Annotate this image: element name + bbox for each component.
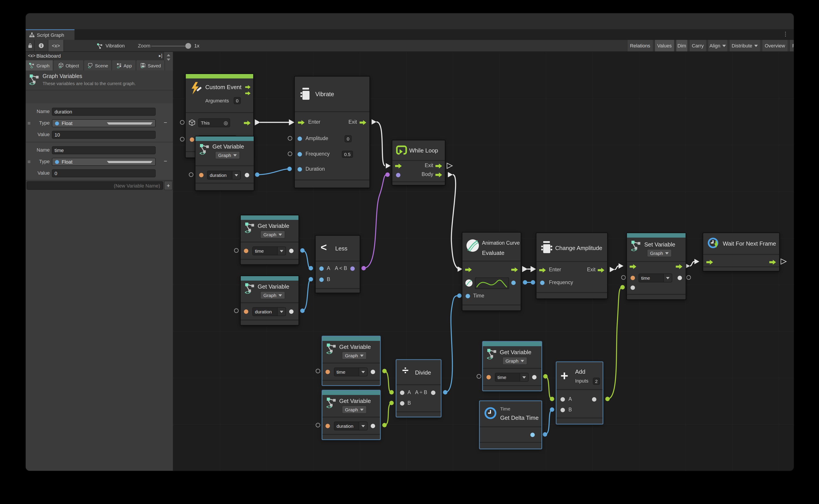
inputs-count-field[interactable]: 2 [593,378,600,385]
relations-button[interactable]: Relations [627,40,653,51]
bool-output-port[interactable] [350,266,355,271]
value-output-port[interactable] [532,375,537,379]
value-input-port[interactable] [631,285,635,290]
scope-dropdown[interactable]: Graph [260,231,285,238]
node-get-variable-time[interactable]: <> Get Variable Graph time [322,336,380,386]
enter-port[interactable] [706,260,713,265]
exit-port[interactable] [676,264,682,269]
string-input-port[interactable] [631,276,635,280]
float-output-port[interactable] [530,433,535,437]
add-variable-button[interactable]: + [164,181,172,190]
variables-tab-scene[interactable]: ◇ Scene [84,60,112,70]
value-output-port[interactable] [592,397,596,402]
exec-output-port[interactable] [244,121,250,125]
enter-port[interactable] [465,267,472,272]
value-input-port[interactable] [561,397,565,402]
value-output-port[interactable] [678,276,682,280]
dock-panel-icon[interactable]: ▸] [159,53,162,58]
tab-overflow-menu-icon[interactable]: ⋮ [783,31,788,37]
scope-dropdown[interactable]: Graph [503,357,527,365]
node-set-variable[interactable]: <> Set Variable Graph time [627,233,686,300]
variable-type-dropdown[interactable]: Float [52,158,156,166]
carry-button[interactable]: Carry [689,40,706,51]
amplitude-value-field[interactable]: 0 [344,135,351,142]
node-animation-curve-evaluate[interactable]: Animation Curve Evaluate Time [462,232,521,311]
variable-name-dropdown[interactable]: time [639,273,672,282]
variable-name-dropdown[interactable]: time [252,246,286,255]
frequency-value-field[interactable]: 0.5 [342,151,353,158]
variable-value-input[interactable] [52,131,156,139]
scope-dropdown[interactable]: Graph [260,291,285,299]
remove-variable-button[interactable]: − [162,158,169,165]
node-while-loop[interactable]: While Loop Exit Body [392,140,445,185]
zoom-slider-track[interactable] [151,46,190,47]
condition-input-port[interactable] [396,173,400,177]
variables-tab-object[interactable]: ◇ Object [54,60,84,70]
new-variable-name-input[interactable] [27,181,163,190]
variables-tab-app[interactable]: ◇ App [112,60,136,70]
arguments-count[interactable]: 0 [234,97,241,104]
node-add[interactable]: + Add Inputs 2 A B [556,362,603,424]
scope-dropdown[interactable]: Graph [215,151,240,159]
exit-port[interactable] [359,120,366,125]
value-output-port[interactable] [245,173,249,177]
value-input-port[interactable] [561,408,565,412]
node-get-variable-time[interactable]: <> Get Variable Graph time [240,215,299,265]
float-input-port[interactable] [297,137,302,141]
node-get-variable-time[interactable]: <> Get Variable Graph time [483,341,542,391]
string-input-port[interactable] [244,249,248,253]
values-button[interactable]: Values [655,40,674,51]
float-input-port[interactable] [466,294,470,298]
value-output-port[interactable] [371,424,375,428]
value-input-port[interactable] [400,391,404,395]
variables-tab-graph[interactable]: ◇ Graph [26,60,53,70]
variable-name-dropdown[interactable]: duration [252,307,286,316]
node-less[interactable]: < Less A A < B B [315,235,360,293]
variable-name-input[interactable] [52,146,156,154]
enter-port[interactable] [395,164,402,168]
node-change-amplitude[interactable]: Change Amplitude Enter Exit Frequency [536,233,608,299]
code-view-toggle[interactable]: <x> [48,40,64,51]
value-input-port[interactable] [400,401,404,406]
node-get-variable-duration[interactable]: <> Get Variable Graph duration [322,390,380,440]
float-input-port[interactable] [297,167,302,172]
float-input-port[interactable] [297,152,302,156]
value-output-port[interactable] [431,391,436,395]
value-output-port[interactable] [289,249,293,253]
float-input-port[interactable] [319,266,324,271]
variable-name-dropdown[interactable]: duration [334,422,367,430]
variable-name-dropdown[interactable]: time [334,367,367,376]
enter-port[interactable] [539,268,546,273]
variable-name-input[interactable] [52,108,156,116]
scroll-down-icon[interactable] [167,59,170,61]
float-input-port[interactable] [540,281,545,285]
node-get-delta-time[interactable]: Time Get Delta Time [479,401,542,449]
scope-dropdown[interactable]: Graph [342,406,367,414]
variable-value-input[interactable] [52,169,156,177]
panel-scrollbar[interactable] [164,52,173,70]
curve-preview-field[interactable] [475,277,509,289]
body-port[interactable] [436,172,442,177]
scroll-up-icon[interactable] [167,54,170,56]
tab-script-graph[interactable]: Script Graph [26,29,74,40]
node-get-variable-duration[interactable]: <> Get Variable Graph duration [240,276,299,325]
scope-dropdown[interactable]: Graph [647,249,672,257]
variable-type-dropdown[interactable]: Float [52,119,156,127]
string-input-port[interactable] [190,137,194,142]
value-output-port[interactable] [289,309,293,314]
target-picker-icon[interactable]: ◎ [224,120,230,126]
event-target-dropdown[interactable]: This ◎ [198,118,230,127]
info-button[interactable] [35,40,48,51]
node-divide[interactable]: ÷ Divide A A ÷ B B [396,359,441,417]
enter-port[interactable] [630,264,636,269]
string-input-port[interactable] [487,375,491,379]
exit-port[interactable] [511,267,518,272]
scope-dropdown[interactable]: Graph [342,352,367,359]
exit-port[interactable] [598,268,604,273]
string-input-port[interactable] [244,309,248,314]
exit-port[interactable] [769,260,776,265]
enter-port[interactable] [298,120,305,125]
overview-button[interactable]: Overview [762,40,788,51]
distribute-menu-button[interactable]: Distribute [729,40,760,51]
string-input-port[interactable] [325,424,330,428]
